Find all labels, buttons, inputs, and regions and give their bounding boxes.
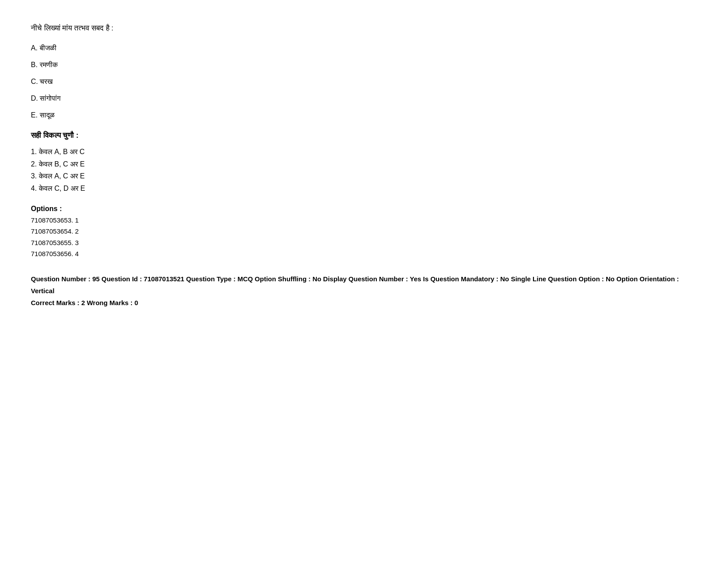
choose-label: सही विकल्प चुणौ : <box>31 131 697 140</box>
option-e: E. सादूळ <box>31 110 697 121</box>
question-instruction: नीचे लिख्यां मांय तत्भव सबद है : <box>31 22 697 34</box>
option-c: C. चरख <box>31 76 697 87</box>
option-id-3: 71087053655. 3 <box>31 237 697 249</box>
choice-2: 2. केवल B, C अर E <box>31 159 697 170</box>
option-id-2: 71087053654. 2 <box>31 226 697 237</box>
meta-line2: Correct Marks : 2 Wrong Marks : 0 <box>31 297 697 309</box>
option-id-4: 71087053656. 4 <box>31 248 697 260</box>
choice-3: 3. केवल A, C अर E <box>31 170 697 182</box>
option-id-1: 71087053653. 1 <box>31 215 697 226</box>
meta-line1: Question Number : 95 Question Id : 71087… <box>31 273 697 297</box>
choice-4: 4. केवल C, D अर E <box>31 183 697 194</box>
choice-1: 1. केवल A, B अर C <box>31 146 697 158</box>
options-section: Options : 71087053653. 1 71087053654. 2 … <box>31 205 697 260</box>
option-d: D. सांगोपांग <box>31 93 697 104</box>
options-header: Options : <box>31 205 697 213</box>
meta-section: Question Number : 95 Question Id : 71087… <box>31 273 697 309</box>
option-b: B. रमणीक <box>31 60 697 70</box>
option-a: A. बीजळी <box>31 43 697 53</box>
